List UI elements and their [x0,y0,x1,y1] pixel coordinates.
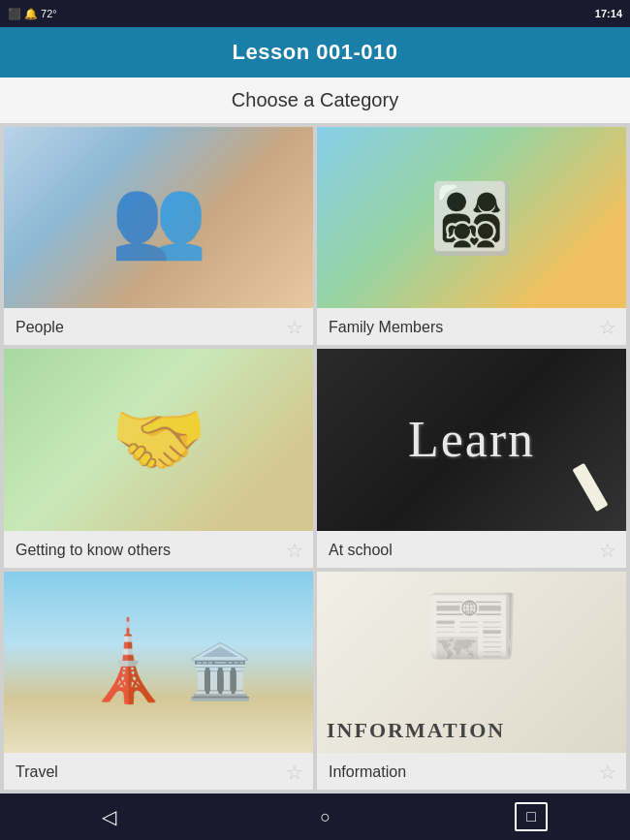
star-icon-travel: ☆ [286,761,303,784]
category-image-gettingtoknow [4,349,313,530]
category-image-travel [4,572,313,753]
home-button[interactable]: ○ [300,801,350,833]
category-card-gettingtoknow[interactable]: Getting to know others ☆ [4,349,313,567]
status-bar: ⬛ 🔔 72° 17:14 [0,0,630,27]
category-card-people[interactable]: People ☆ [4,127,313,345]
card-label-information: Information ☆ [317,753,626,790]
card-label-family: Family Members ☆ [317,308,626,345]
category-image-atschool: Learn [317,349,626,530]
star-icon-atschool: ☆ [599,539,616,562]
card-label-travel: Travel ☆ [4,753,313,790]
status-time: 17:14 [595,8,622,19]
star-icon-information: ☆ [599,761,616,784]
bottom-nav: ◁ ○ □ [0,793,630,840]
category-card-travel[interactable]: Travel ☆ [4,572,313,790]
category-image-family [317,127,626,308]
title-bar: Lesson 001-010 [0,27,630,78]
category-grid: People ☆ Family Members ☆ Getting to kno… [0,123,630,793]
page-subtitle: Choose a Category [0,78,630,123]
status-left: ⬛ 🔔 72° [8,8,57,20]
card-label-text-family: Family Members [329,319,443,336]
category-image-information [317,572,626,753]
category-card-information[interactable]: Information ☆ [317,572,626,790]
star-icon-family: ☆ [599,316,616,339]
category-card-family[interactable]: Family Members ☆ [317,127,626,345]
category-image-people [4,127,313,308]
recent-button[interactable]: □ [515,802,548,831]
card-label-text-people: People [16,319,64,336]
star-icon-gettingtoknow: ☆ [286,539,303,562]
card-label-text-gettingtoknow: Getting to know others [16,542,171,559]
back-button[interactable]: ◁ [82,799,136,834]
star-icon-people: ☆ [286,316,303,339]
card-label-atschool: At school ☆ [317,531,626,568]
card-label-text-travel: Travel [16,763,58,781]
category-card-atschool[interactable]: Learn At school ☆ [317,349,626,567]
app-title: Lesson 001-010 [233,40,398,65]
card-label-people: People ☆ [4,308,313,345]
status-icons: ⬛ 🔔 72° [8,8,57,20]
chalk-text: Learn [408,411,535,468]
card-label-text-atschool: At school [329,542,393,559]
card-label-gettingtoknow: Getting to know others ☆ [4,531,313,568]
card-label-text-information: Information [329,763,406,781]
